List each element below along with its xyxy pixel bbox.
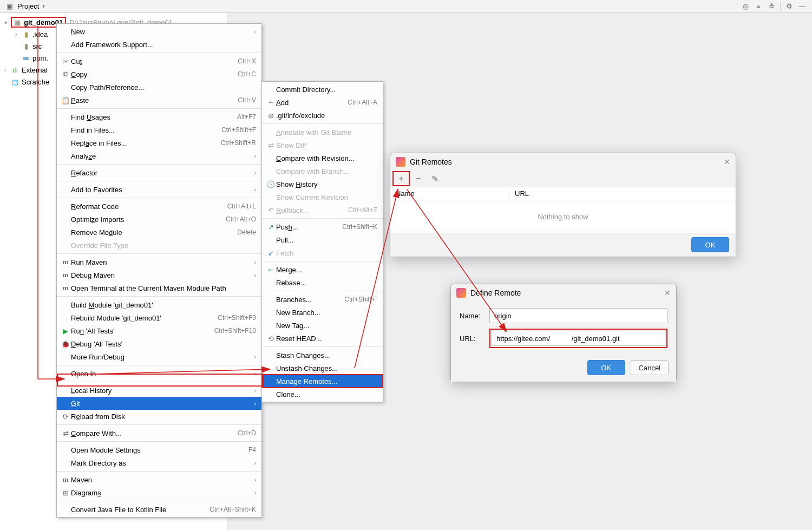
- menu-branches[interactable]: Branches...Ctrl+Shift+`: [262, 293, 383, 306]
- menu-unstash[interactable]: Unstash Changes...: [262, 362, 383, 375]
- define-remote-dialog[interactable]: Define Remote ✕ Name: URL: OK Cancel: [450, 284, 677, 382]
- name-field[interactable]: [489, 308, 667, 323]
- menu-copy[interactable]: ⧉CopyCtrl+C: [57, 68, 261, 81]
- tree-item-label: .idea: [32, 30, 48, 38]
- menu-clone[interactable]: Clone...: [262, 388, 383, 401]
- reset-icon: ⟲: [265, 334, 276, 343]
- rollback-icon: ↶: [265, 206, 276, 214]
- menu-optimize-imports[interactable]: Optimize ImportsCtrl+Alt+O: [57, 213, 261, 226]
- menu-debug-all-tests[interactable]: 🐞Debug 'All Tests': [57, 337, 261, 350]
- menu-open-in[interactable]: Open In›: [57, 367, 261, 380]
- menu-add-framework[interactable]: Add Framework Support...: [57, 38, 261, 51]
- gear-icon[interactable]: ⚙: [785, 2, 794, 11]
- menu-run-maven[interactable]: mRun Maven›: [57, 256, 261, 269]
- exclude-icon: ⊘: [265, 111, 276, 120]
- context-menu-module[interactable]: New› Add Framework Support... ✂CutCtrl+X…: [56, 23, 262, 518]
- menu-diagrams[interactable]: ⊞Diagrams›: [57, 486, 261, 499]
- menu-debug-maven[interactable]: mDebug Maven›: [57, 269, 261, 282]
- debug-icon: 🐞: [60, 339, 71, 348]
- maven-icon: m: [22, 54, 30, 62]
- menu-find-in-files[interactable]: Find in Files...Ctrl+Shift+F: [57, 123, 261, 136]
- menu-build-module[interactable]: Build Module 'git_demo01': [57, 298, 261, 311]
- menu-reload-disk[interactable]: ⟳Reload from Disk: [57, 410, 261, 423]
- menu-copy-path[interactable]: Copy Path/Reference...: [57, 81, 261, 94]
- paste-icon: 📋: [60, 96, 71, 104]
- menu-rollback: ↶Rollback...Ctrl+Alt+Z: [262, 204, 383, 217]
- plus-icon: ＋: [265, 98, 276, 107]
- menu-replace-in-files[interactable]: Replace in Files...Ctrl+Shift+R: [57, 136, 261, 149]
- menu-rebuild-module[interactable]: Rebuild Module 'git_demo01'Ctrl+Shift+F9: [57, 311, 261, 324]
- edit-remote-button[interactable]: ✎: [427, 172, 442, 185]
- menu-pull[interactable]: Pull...: [262, 233, 383, 246]
- expand-icon[interactable]: ≡: [754, 2, 763, 11]
- chevron-right-icon[interactable]: ›: [4, 67, 11, 73]
- menu-analyze[interactable]: Analyze›: [57, 149, 261, 162]
- ok-button[interactable]: OK: [587, 360, 625, 375]
- menu-open-terminal[interactable]: mOpen Terminal at the Current Maven Modu…: [57, 282, 261, 295]
- chevron-down-icon[interactable]: ▾: [4, 19, 11, 25]
- menu-commit-dir[interactable]: Commit Directory...: [262, 83, 383, 96]
- remove-remote-button[interactable]: −: [411, 172, 426, 185]
- close-icon[interactable]: ✕: [664, 289, 671, 297]
- menu-push[interactable]: ↗Push...Ctrl+Shift+K: [262, 220, 383, 233]
- menu-reformat[interactable]: Reformat CodeCtrl+Alt+L: [57, 200, 261, 213]
- menu-rebase[interactable]: Rebase...: [262, 276, 383, 289]
- chevron-down-icon[interactable]: ▾: [42, 3, 45, 9]
- maven-debug-icon: m: [60, 271, 71, 279]
- diagram-icon: ⊞: [60, 488, 71, 497]
- menu-open-module-settings[interactable]: Open Module SettingsF4: [57, 443, 261, 456]
- col-name: Name: [390, 187, 509, 200]
- menu-new-tag[interactable]: New Tag...: [262, 319, 383, 332]
- menu-stash[interactable]: Stash Changes...: [262, 349, 383, 362]
- menu-convert-kotlin[interactable]: Convert Java File to Kotlin FileCtrl+Alt…: [57, 503, 261, 516]
- menu-new-branch[interactable]: New Branch...: [262, 306, 383, 319]
- menu-refactor[interactable]: Refactor›: [57, 166, 261, 179]
- menu-more-run[interactable]: More Run/Debug›: [57, 350, 261, 363]
- folder-icon: ▮: [22, 30, 30, 38]
- dialog-title: Define Remote: [470, 289, 664, 297]
- menu-git-add[interactable]: ＋AddCtrl+Alt+A: [262, 96, 383, 109]
- menu-manage-remotes[interactable]: Manage Remotes...: [262, 375, 383, 388]
- git-remotes-dialog[interactable]: Git Remotes ✕ ＋ − ✎ Name URL Nothing to …: [390, 153, 736, 257]
- menu-add-favorites[interactable]: Add to Favorites›: [57, 183, 261, 196]
- url-field[interactable]: [492, 331, 665, 346]
- menu-compare-revision[interactable]: Compare with Revision...: [262, 152, 383, 165]
- menu-git-exclude[interactable]: ⊘.git/info/exclude: [262, 109, 383, 122]
- menu-new[interactable]: New›: [57, 25, 261, 38]
- menu-show-history[interactable]: 🕓Show History: [262, 178, 383, 191]
- project-label[interactable]: Project: [17, 2, 39, 10]
- menu-mark-directory[interactable]: Mark Directory as›: [57, 456, 261, 469]
- menu-maven[interactable]: mMaven›: [57, 473, 261, 486]
- library-icon: ılı: [11, 66, 19, 74]
- app-icon: [396, 157, 405, 167]
- terminal-icon: m: [60, 284, 71, 292]
- diff-icon: ⇄: [265, 141, 276, 149]
- merge-icon: ⤚: [265, 265, 276, 274]
- menu-paste[interactable]: 📋PasteCtrl+V: [57, 94, 261, 107]
- add-remote-button[interactable]: ＋: [394, 172, 409, 185]
- cancel-button[interactable]: Cancel: [631, 360, 669, 375]
- menu-override-filetype: Override File Type: [57, 239, 261, 252]
- project-toolbar: ▣ Project ▾ ◎ ≡ ≛ ⚙ —: [0, 0, 812, 13]
- close-icon[interactable]: ✕: [724, 158, 730, 166]
- menu-find-usages[interactable]: Find UsagesAlt+F7: [57, 110, 261, 123]
- menu-local-history[interactable]: Local History›: [57, 384, 261, 397]
- menu-git[interactable]: Git›: [57, 397, 261, 410]
- minimize-icon[interactable]: —: [798, 2, 807, 11]
- menu-run-all-tests[interactable]: ▶Run 'All Tests'Ctrl+Shift+F10: [57, 324, 261, 337]
- scratches-icon: ▤: [11, 77, 19, 86]
- collapse-icon[interactable]: ≛: [767, 2, 776, 11]
- dialog-title: Git Remotes: [410, 158, 724, 166]
- context-menu-git[interactable]: Commit Directory... ＋AddCtrl+Alt+A ⊘.git…: [261, 81, 383, 402]
- cut-icon: ✂: [60, 57, 71, 66]
- tree-item-label: pom.: [32, 54, 48, 62]
- menu-cut[interactable]: ✂CutCtrl+X: [57, 55, 261, 68]
- menu-merge[interactable]: ⤚Merge...: [262, 263, 383, 276]
- menu-remove-module[interactable]: Remove ModuleDelete: [57, 226, 261, 239]
- target-icon[interactable]: ◎: [741, 2, 750, 11]
- ok-button[interactable]: OK: [691, 237, 729, 252]
- menu-compare-with[interactable]: ⇄Compare With...Ctrl+D: [57, 427, 261, 440]
- app-icon: [456, 288, 466, 298]
- menu-reset-head[interactable]: ⟲Reset HEAD...: [262, 332, 383, 345]
- chevron-right-icon[interactable]: ›: [15, 31, 22, 37]
